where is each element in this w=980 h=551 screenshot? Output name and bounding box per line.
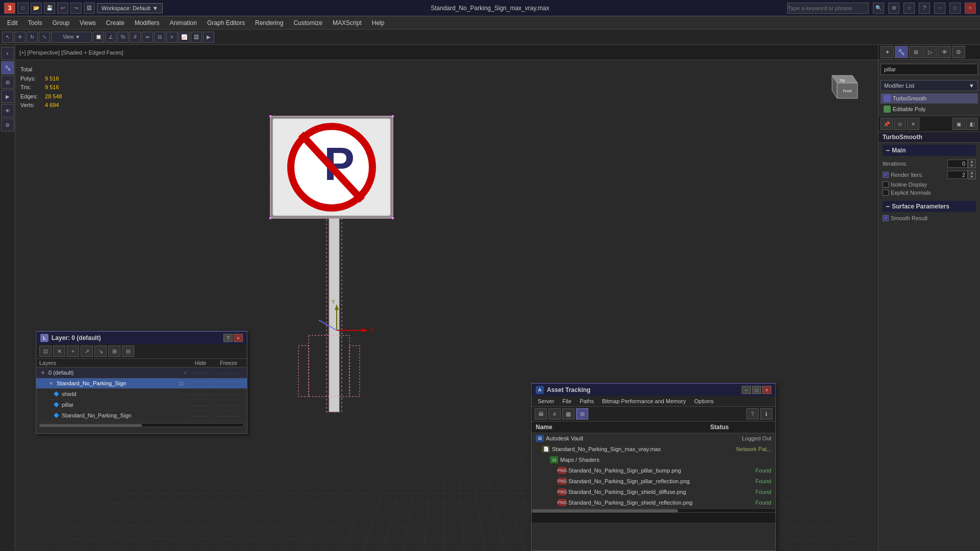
save-btn[interactable]: 💾 <box>44 3 55 14</box>
layer-row[interactable]: ≡ 0 (default) ✓ — — — — — — <box>36 368 247 378</box>
menu-help[interactable]: Help <box>367 17 390 29</box>
move-icon[interactable]: ✛ <box>14 32 26 43</box>
help-icon[interactable]: ? <box>919 3 930 14</box>
menu-modifiers[interactable]: Modifiers <box>130 17 165 29</box>
asset-row[interactable]: PNG Standard_No_Parking_Sign_shield_diff… <box>532 487 775 497</box>
asset-menu-file[interactable]: File <box>558 397 575 405</box>
utilities-icon[interactable]: ⚙ <box>1 118 14 132</box>
menu-create[interactable]: Create <box>101 17 130 29</box>
hierarchy-icon[interactable]: ⊞ <box>1 75 14 89</box>
asset-maximize-btn[interactable]: □ <box>752 386 761 394</box>
layer-collapse-btn[interactable]: ⊟ <box>122 346 134 357</box>
select-icon[interactable]: ↖ <box>2 32 13 43</box>
render-frame[interactable]: 🖼 <box>191 32 202 43</box>
asset-help-btn[interactable]: ? <box>746 408 759 419</box>
spinner-snap[interactable]: # <box>130 32 141 43</box>
undo-btn[interactable]: ↩ <box>57 3 68 14</box>
asset-row[interactable]: 🏛 Autodesk Vault Logged Out <box>532 433 775 444</box>
quick-render[interactable]: ▶ <box>203 32 214 43</box>
motion-icon[interactable]: ▶ <box>1 90 14 103</box>
layer-delete-btn[interactable]: ✕ <box>53 346 65 357</box>
rpanel-tab-utilities[interactable]: ⚙ <box>952 46 965 58</box>
iterations-down[interactable]: ▼ <box>968 164 975 168</box>
asset-grid-btn[interactable]: ▦ <box>562 408 574 419</box>
rpanel-tab-motion[interactable]: ▷ <box>923 46 937 58</box>
remove-modifier-btn[interactable]: ✕ <box>907 118 919 130</box>
render-iters-input[interactable] <box>947 171 968 179</box>
workspace-btn[interactable]: Workspace: Default ▼ <box>97 3 163 13</box>
layer-scrollbar[interactable] <box>39 423 244 427</box>
layer-row[interactable]: 🔷 Standard_No_Parking_Sign — — — — — — <box>36 410 247 421</box>
layer-manager[interactable]: ≡ <box>166 32 178 43</box>
search-icon[interactable]: 🔍 <box>873 3 884 14</box>
menu-maxscript[interactable]: MAXScript <box>328 17 367 29</box>
layer-expand-btn[interactable]: ⊞ <box>108 346 120 357</box>
search-box[interactable] <box>787 3 869 14</box>
modifier-list-dropdown[interactable]: Modifier List ▼ <box>881 80 978 91</box>
asset-row[interactable]: 📄 Standard_No_Parking_Sign_max_vray.max … <box>532 444 775 455</box>
rotate-icon[interactable]: ↻ <box>27 32 38 43</box>
layer-select-objects-btn[interactable]: ↗ <box>81 346 93 357</box>
smooth-result-checkbox[interactable] <box>883 215 889 221</box>
asset-row[interactable]: PNG Standard_No_Parking_Sign_pillar_bump… <box>532 465 775 476</box>
layer-row[interactable]: 🔷 pillar — — — — — — <box>36 400 247 410</box>
modifier-editable-poly[interactable]: Editable Poly <box>881 104 978 115</box>
rpanel-tab-create[interactable]: ✦ <box>881 46 894 58</box>
asset-menu-paths[interactable]: Paths <box>575 397 598 405</box>
rpanel-tab-modify[interactable]: 🔧 <box>895 46 908 58</box>
redo-btn[interactable]: ↪ <box>70 3 82 14</box>
right-panel-search-input[interactable] <box>881 64 978 75</box>
menu-views[interactable]: Views <box>74 17 101 29</box>
explicit-normals-checkbox[interactable] <box>883 190 889 196</box>
modify-panel-icon[interactable]: 🔧 <box>1 61 14 74</box>
maximize-window-btn[interactable]: □ <box>949 3 961 14</box>
asset-scrollbar[interactable] <box>532 508 775 512</box>
menu-group[interactable]: Group <box>47 17 74 29</box>
isoline-display-checkbox[interactable] <box>883 181 889 188</box>
asset-table-btn[interactable]: ⊞ <box>576 408 588 419</box>
render-iters-up[interactable]: ▲ <box>968 171 975 175</box>
viewport-canvas[interactable]: Total Polys: 9 516 Tris: 9 516 Edges: 28… <box>15 60 878 551</box>
asset-menu-bitmap[interactable]: Bitmap Performance and Memory <box>598 397 690 405</box>
asset-panel-titlebar[interactable]: A Asset Tracking − □ × <box>532 384 775 396</box>
asset-row[interactable]: PNG Standard_No_Parking_Sign_pillar_refl… <box>532 476 775 487</box>
snap-toggle[interactable]: 🔲 <box>93 32 104 43</box>
ref-coord-btn[interactable]: View ▼ <box>51 32 92 43</box>
layer-close-btn[interactable]: × <box>234 334 243 342</box>
search-input[interactable] <box>788 5 868 11</box>
layer-add-selection-btn[interactable]: ↘ <box>94 346 107 357</box>
display-mode-btn[interactable]: ▣ <box>952 118 965 130</box>
layer-row[interactable]: ≡ Standard_No_Parking_Sign □ — — — — — — <box>36 378 247 389</box>
rpanel-tab-display[interactable]: 👁 <box>938 46 951 58</box>
curve-editor[interactable]: 📈 <box>179 32 190 43</box>
make-unique-btn[interactable]: ⊙ <box>894 118 906 130</box>
rpanel-tab-hierarchy[interactable]: ⊞ <box>909 46 922 58</box>
menu-rendering[interactable]: Rendering <box>250 17 288 29</box>
percent-snap[interactable]: % <box>117 32 129 43</box>
settings-icon[interactable]: ⚙ <box>888 3 899 14</box>
mirror-icon[interactable]: ⇔ <box>142 32 153 43</box>
asset-row[interactable]: 🗂 Maps / Shaders <box>532 455 775 465</box>
menu-graph-editors[interactable]: Graph Editors <box>202 17 250 29</box>
new-btn[interactable]: □ <box>17 3 29 14</box>
create-panel-icon[interactable]: + <box>1 47 14 60</box>
asset-menu-options[interactable]: Options <box>690 397 718 405</box>
render-iters-checkbox[interactable] <box>883 172 889 178</box>
display-mode-btn2[interactable]: ◧ <box>966 118 978 130</box>
iterations-up[interactable]: ▲ <box>968 160 975 164</box>
iterations-input[interactable] <box>947 160 968 168</box>
layer-panel-titlebar[interactable]: L Layer: 0 (default) ? × <box>36 332 247 344</box>
modifier-turbosmooth[interactable]: TurboSmooth <box>881 93 978 104</box>
render-iters-down[interactable]: ▼ <box>968 175 975 179</box>
surface-params-header[interactable]: Surface Parameters <box>883 201 976 212</box>
layer-scrollbar-thumb[interactable] <box>40 424 142 427</box>
asset-vault-btn[interactable]: 🏛 <box>535 408 547 419</box>
layer-add-btn[interactable]: + <box>67 346 79 357</box>
close-window-btn[interactable]: × <box>965 3 976 14</box>
app-icon[interactable]: 3 <box>4 3 15 14</box>
menu-edit[interactable]: Edit <box>2 17 23 29</box>
asset-minimize-btn[interactable]: − <box>742 386 751 394</box>
asset-close-btn[interactable]: × <box>762 386 771 394</box>
scale-icon[interactable]: ⤡ <box>39 32 50 43</box>
asset-list-btn[interactable]: ≡ <box>548 408 561 419</box>
